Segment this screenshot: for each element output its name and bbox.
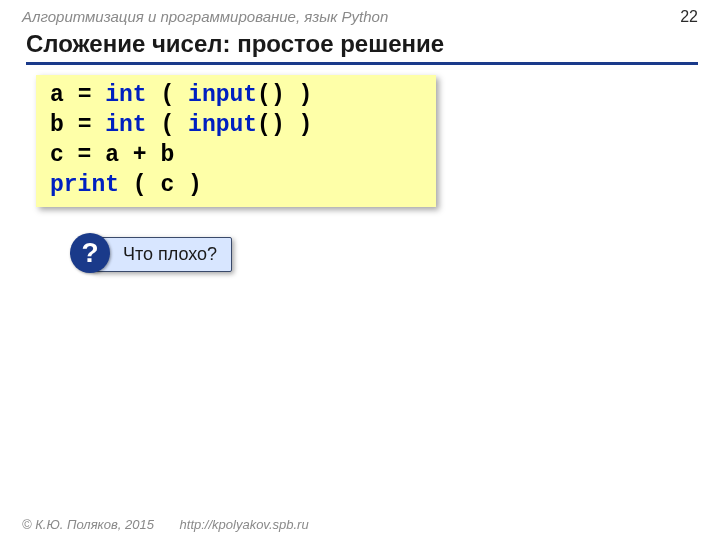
code-line-1: a = int ( input() ) [50,81,422,111]
code-paren: ( [160,112,188,138]
slide-title: Сложение чисел: простое решение [26,30,698,65]
code-line-3: c = a + b [50,141,422,171]
code-op: = [78,82,92,108]
code-block: a = int ( input() ) b = int ( input() ) … [36,75,436,207]
question-bubble: Что плохо? [92,237,232,272]
course-title: Алгоритмизация и программирование, язык … [22,8,388,25]
code-op: = [78,112,92,138]
code-keyword-input: input [188,112,257,138]
footer-copyright: © К.Ю. Поляков, 2015 [22,517,154,532]
code-line-2: b = int ( input() ) [50,111,422,141]
code-var: a [50,82,64,108]
code-rest: ( c ) [119,172,202,198]
footer-url: http://kpolyakov.spb.ru [180,517,309,532]
code-keyword-int: int [105,112,146,138]
page-number: 22 [680,8,698,26]
code-rest: () ) [257,112,312,138]
code-keyword-print: print [50,172,119,198]
code-var: b [50,112,64,138]
code-keyword-input: input [188,82,257,108]
slide-header: Алгоритмизация и программирование, язык … [0,0,720,28]
question-badge-icon: ? [70,233,110,273]
code-line-4: print ( c ) [50,171,422,201]
slide-footer: © К.Ю. Поляков, 2015 http://kpolyakov.sp… [22,517,309,532]
code-rest: () ) [257,82,312,108]
code-keyword-int: int [105,82,146,108]
code-paren: ( [160,82,188,108]
question-callout: Что плохо? ? [70,235,720,279]
